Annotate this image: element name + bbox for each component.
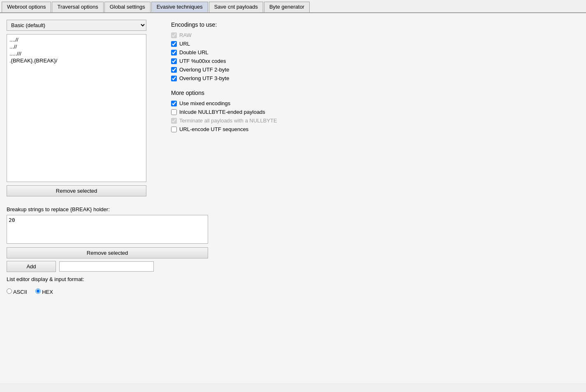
encoding-overlong-3-row: Overlong UTF 3-byte bbox=[171, 75, 579, 81]
format-row: List editor display & input format: ASCI… bbox=[7, 276, 155, 295]
format-ascii-label[interactable]: ASCII bbox=[7, 289, 29, 295]
remove-selected-button-1[interactable]: Remove selected bbox=[7, 185, 146, 196]
tab-evasive[interactable]: Evasive techniques bbox=[151, 2, 208, 12]
terminate-null-checkbox[interactable] bbox=[171, 118, 177, 124]
add-row: Add bbox=[7, 261, 155, 272]
list-item[interactable]: .{BREAK}.{BREAK}/ bbox=[9, 57, 144, 64]
encoding-raw-label: RAW bbox=[179, 32, 192, 38]
tab-traversal[interactable]: Traversal options bbox=[52, 2, 103, 12]
more-options-title: More options bbox=[171, 90, 579, 96]
list-item[interactable]: ....// bbox=[9, 36, 144, 43]
format-hex-label[interactable]: HEX bbox=[35, 289, 53, 295]
encoding-url-checkbox[interactable] bbox=[171, 41, 177, 47]
encoding-double-url-row: Double URL bbox=[171, 49, 579, 55]
terminate-null-label: Terminate all payloads with a NULLBYTE bbox=[179, 118, 277, 124]
right-column: Encodings to use: RAW URL Double URL UTF… bbox=[171, 20, 579, 376]
nullbyte-ended-row: Inlcude NULLBYTE-ended payloads bbox=[171, 109, 579, 115]
breakup-section-label: Breakup strings to replace {BREAK} holde… bbox=[7, 206, 155, 212]
nullbyte-ended-checkbox[interactable] bbox=[171, 109, 177, 115]
encoding-double-url-checkbox[interactable] bbox=[171, 50, 177, 55]
encoding-utf-u00xx-label: UTF %u00xx codes bbox=[179, 58, 226, 64]
tab-bar: Webroot options Traversal options Global… bbox=[0, 0, 586, 13]
more-options-group: Use mixed encodings Inlcude NULLBYTE-end… bbox=[171, 100, 579, 132]
tab-byte-gen[interactable]: Byte generator bbox=[264, 2, 310, 12]
encoding-double-url-label: Double URL bbox=[179, 49, 208, 55]
terminate-null-row: Terminate all payloads with a NULLBYTE bbox=[171, 118, 579, 124]
url-encode-utf-label: URL-encode UTF sequences bbox=[179, 126, 248, 132]
encoding-raw-row: RAW bbox=[171, 32, 579, 38]
encoding-overlong-2-label: Overlong UTF 2-byte bbox=[179, 67, 229, 73]
url-encode-utf-checkbox[interactable] bbox=[171, 127, 177, 132]
add-button[interactable]: Add bbox=[7, 261, 56, 272]
encoding-utf-u00xx-row: UTF %u00xx codes bbox=[171, 58, 579, 64]
url-encode-utf-row: URL-encode UTF sequences bbox=[171, 126, 579, 132]
encoding-raw-checkbox[interactable] bbox=[171, 32, 177, 38]
mixed-enc-label: Use mixed encodings bbox=[179, 100, 230, 106]
format-hex-radio[interactable] bbox=[35, 288, 41, 294]
traversal-listbox[interactable]: ....// ...// ...../// .{BREAK}.{BREAK}/ bbox=[7, 34, 146, 182]
encoding-overlong-2-row: Overlong UTF 2-byte bbox=[171, 67, 579, 73]
list-item[interactable]: ...// bbox=[9, 43, 144, 50]
list-item[interactable]: ...../// bbox=[9, 50, 144, 57]
format-label: List editor display & input format: bbox=[7, 276, 84, 282]
encoding-overlong-2-checkbox[interactable] bbox=[171, 67, 177, 73]
format-ascii-radio[interactable] bbox=[7, 288, 12, 294]
encoding-overlong-3-checkbox[interactable] bbox=[171, 76, 177, 81]
main-content: Basic (default) Advanced Custom ....// .… bbox=[0, 13, 586, 383]
preset-dropdown-wrapper: Basic (default) Advanced Custom bbox=[7, 20, 155, 31]
encoding-url-row: URL bbox=[171, 41, 579, 47]
encodings-group: RAW URL Double URL UTF %u00xx codes Over… bbox=[171, 32, 579, 81]
encoding-url-label: URL bbox=[179, 41, 190, 47]
encodings-title: Encodings to use: bbox=[171, 21, 579, 28]
encoding-utf-u00xx-checkbox[interactable] bbox=[171, 58, 177, 64]
tab-save-cnt[interactable]: Save cnt payloads bbox=[209, 2, 263, 12]
tab-webroot[interactable]: Webroot options bbox=[2, 2, 51, 12]
mixed-enc-row: Use mixed encodings bbox=[171, 100, 579, 106]
preset-dropdown[interactable]: Basic (default) Advanced Custom bbox=[7, 20, 146, 31]
tab-global[interactable]: Global settings bbox=[104, 2, 151, 12]
left-column: Basic (default) Advanced Custom ....// .… bbox=[7, 20, 155, 376]
mixed-enc-checkbox[interactable] bbox=[171, 101, 177, 106]
add-input[interactable] bbox=[59, 261, 154, 272]
nullbyte-ended-label: Inlcude NULLBYTE-ended payloads bbox=[179, 109, 265, 115]
encoding-overlong-3-label: Overlong UTF 3-byte bbox=[179, 75, 229, 81]
